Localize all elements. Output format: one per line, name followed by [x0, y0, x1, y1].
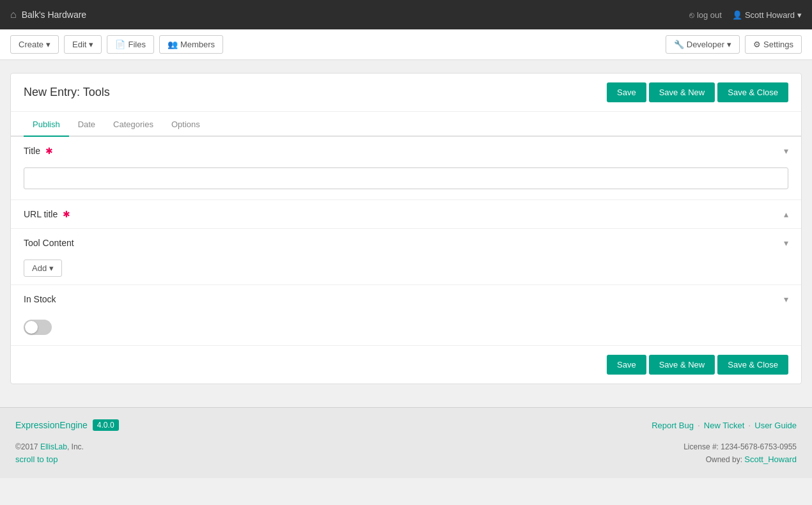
entry-card: New Entry: Tools Save Save & New Save & …	[10, 73, 802, 384]
page-footer: ExpressionEngine 4.0.0 Report Bug · New …	[0, 407, 812, 478]
logout-icon: ⎋	[689, 10, 694, 20]
tool-content-section: Tool Content ▾ Add ▾	[11, 229, 801, 285]
user-guide-link[interactable]: User Guide	[754, 421, 797, 430]
footer-links: Report Bug · New Ticket · User Guide	[652, 420, 797, 430]
tab-date[interactable]: Date	[69, 112, 104, 137]
title-required-marker: ✱	[43, 146, 53, 156]
version-badge: 4.0.0	[93, 419, 119, 431]
in-stock-chevron-icon: ▾	[784, 294, 788, 304]
developer-icon: 🔧	[674, 40, 684, 49]
owner-link[interactable]: Scott_Howard	[744, 454, 797, 464]
ellislab-link[interactable]: EllisLab	[40, 442, 67, 451]
url-title-field-header[interactable]: URL title ✱ ▴	[11, 200, 801, 228]
form-body: Title ✱ ▾ URL title ✱ ▴	[11, 137, 801, 346]
footer-sep-1: ·	[698, 420, 700, 430]
settings-icon: ⚙	[753, 40, 761, 49]
footer-sep-2: ·	[748, 420, 751, 430]
edit-chevron-icon: ▾	[89, 40, 93, 49]
save-close-button-top[interactable]: Save & Close	[717, 82, 788, 102]
footer-top: ExpressionEngine 4.0.0 Report Bug · New …	[15, 419, 797, 431]
members-button[interactable]: 👥 Members	[159, 35, 223, 54]
user-chevron-icon: ▾	[797, 10, 802, 20]
footer-license: License #: 1234-5678-6753-0955 Owned by:…	[683, 441, 797, 467]
header-btn-group: Save Save & New Save & Close	[607, 82, 788, 102]
create-chevron-icon: ▾	[46, 40, 51, 49]
footer-bottom: ©2017 EllisLab, Inc.scroll to top Licens…	[15, 441, 797, 467]
secondary-nav: Create ▾ Edit ▾ 📄 Files 👥 Members 🔧 Deve…	[0, 29, 812, 60]
url-title-section: URL title ✱ ▴	[11, 200, 801, 229]
top-nav: ⌂ Balk's Hardware ⎋ log out 👤 Scott Howa…	[0, 0, 812, 29]
in-stock-field-header[interactable]: In Stock ▾	[11, 285, 801, 313]
tabs-bar: Publish Date Categories Options	[11, 112, 801, 137]
in-stock-toggle-wrap	[11, 313, 801, 345]
developer-button[interactable]: 🔧 Developer ▾	[666, 35, 740, 54]
members-icon: 👥	[168, 40, 178, 49]
add-chevron-icon: ▾	[49, 263, 54, 273]
add-content-button[interactable]: Add ▾	[24, 260, 62, 277]
title-input[interactable]	[24, 167, 788, 189]
tab-categories[interactable]: Categories	[104, 112, 162, 137]
footer-brand: ExpressionEngine 4.0.0	[15, 419, 119, 431]
title-label: Title ✱	[24, 146, 53, 156]
url-title-required-marker: ✱	[60, 209, 70, 219]
files-button[interactable]: 📄 Files	[107, 35, 153, 54]
title-chevron-icon: ▾	[784, 146, 788, 156]
title-input-wrap	[11, 165, 801, 199]
title-field-header[interactable]: Title ✱ ▾	[11, 137, 801, 165]
files-icon: 📄	[115, 40, 125, 49]
title-section: Title ✱ ▾	[11, 137, 801, 200]
scroll-to-top-link[interactable]: scroll to top	[15, 454, 58, 464]
brand-name: ExpressionEngine	[15, 420, 88, 430]
card-header: New Entry: Tools Save Save & New Save & …	[11, 74, 801, 112]
report-bug-link[interactable]: Report Bug	[652, 421, 694, 430]
main-content: New Entry: Tools Save Save & New Save & …	[0, 60, 812, 407]
in-stock-section: In Stock ▾	[11, 285, 801, 346]
url-title-label: URL title ✱	[24, 209, 70, 219]
tab-options[interactable]: Options	[162, 112, 209, 137]
card-footer: Save Save & New Save & Close	[11, 346, 801, 384]
create-button[interactable]: Create ▾	[10, 35, 59, 54]
site-title: Balk's Hardware	[22, 10, 87, 20]
settings-button[interactable]: ⚙ Settings	[745, 35, 802, 54]
developer-chevron-icon: ▾	[727, 40, 731, 49]
tool-content-label: Tool Content	[24, 238, 74, 248]
user-icon: 👤	[732, 10, 742, 20]
logout-link[interactable]: ⎋ log out	[689, 10, 722, 20]
save-button-top[interactable]: Save	[607, 82, 646, 102]
home-icon[interactable]: ⌂	[10, 9, 17, 20]
save-new-button-top[interactable]: Save & New	[649, 82, 715, 102]
save-button-bottom[interactable]: Save	[607, 355, 646, 375]
edit-button[interactable]: Edit ▾	[64, 35, 102, 54]
in-stock-toggle[interactable]	[24, 320, 52, 335]
url-title-chevron-icon: ▴	[784, 209, 788, 219]
user-menu[interactable]: 👤 Scott Howard ▾	[732, 10, 802, 20]
tab-publish[interactable]: Publish	[24, 112, 69, 137]
new-ticket-link[interactable]: New Ticket	[704, 421, 745, 430]
card-title: New Entry: Tools	[24, 86, 110, 99]
save-close-button-bottom[interactable]: Save & Close	[717, 355, 788, 375]
footer-copyright: ©2017 EllisLab, Inc.scroll to top	[15, 441, 84, 467]
save-new-button-bottom[interactable]: Save & New	[649, 355, 715, 375]
tool-content-chevron-icon: ▾	[784, 238, 788, 248]
tool-content-field-header[interactable]: Tool Content ▾	[11, 229, 801, 257]
in-stock-label: In Stock	[24, 294, 56, 304]
